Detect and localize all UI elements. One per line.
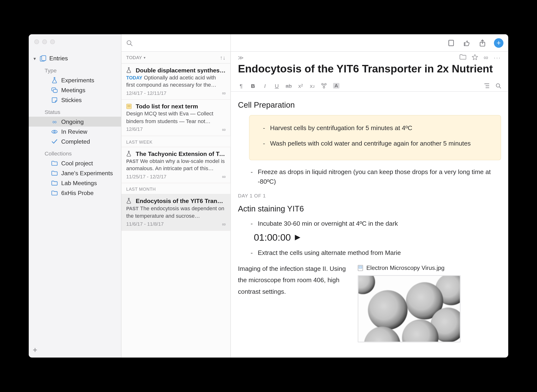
new-entry-button[interactable]: + (494, 38, 503, 48)
share-icon[interactable] (478, 39, 487, 47)
infinity-icon[interactable]: ∞ (484, 54, 488, 61)
infinity-icon: ∞ (222, 221, 226, 227)
entry-date: 11/6/17 - 11/8/17 (126, 221, 164, 227)
sidebar-item-label: In Review (61, 128, 87, 135)
entry-item[interactable]: Endocytosis of the YIT6 Trans…PASTThe en… (121, 195, 230, 231)
attachment[interactable]: Electron Microscopy Virus.jpg (358, 264, 461, 343)
entry-item[interactable]: Todo list for next termDesign MCQ test w… (121, 100, 230, 136)
entry-item[interactable]: Double displacement synthesi…TODAYOption… (121, 64, 230, 100)
sidebar-item-cool-project[interactable]: Cool project (29, 158, 121, 168)
list-item: Freeze as drops in liquid nitrogen (you … (249, 167, 501, 187)
callout-item: Wash pellets with cold water and centrif… (261, 139, 492, 149)
outline-icon[interactable] (484, 83, 490, 88)
list-section-header: LAST MONTH (121, 183, 230, 195)
superscript-button[interactable]: x² (297, 83, 304, 89)
sidebar-item-completed[interactable]: Completed (29, 137, 121, 147)
paragraph-style-button[interactable]: ¶ (238, 83, 244, 89)
sidebar-item-ongoing[interactable]: ∞Ongoing (29, 117, 121, 127)
sidebar-item-stickies[interactable]: Stickies (29, 95, 121, 105)
disclosure-triangle-icon: ▼ (33, 57, 37, 61)
sidebar-item-label: 6xHis Probe (61, 190, 94, 196)
sidebar-header-entries[interactable]: ▼ Entries (29, 53, 121, 63)
editor-toolbar: + (231, 34, 508, 52)
check-icon (51, 139, 58, 144)
svg-rect-10 (449, 40, 454, 46)
section-heading: Cell Preparation (238, 99, 501, 111)
sidebar-item-label: Jane's Experiments (61, 170, 113, 177)
note-editor: + ≫ ∞ (231, 34, 508, 357)
list-sort-button[interactable]: ↑↓ (220, 54, 226, 61)
thumbs-up-icon[interactable] (462, 39, 471, 47)
infinity-icon: ∞ (222, 127, 226, 133)
minimize-window-button[interactable] (42, 40, 47, 44)
entry-preview: PASTThe endocytosis was dependent on the… (126, 205, 226, 220)
underline-button[interactable]: U (274, 83, 280, 89)
sidebar-item-label: Stickies (61, 97, 82, 103)
breadcrumb-collapse-icon[interactable]: ≫ (238, 55, 244, 61)
list-item: Incubate 30-60 min or overnight at 4ºC i… (249, 219, 501, 229)
sidebar-item-6xhis-probe[interactable]: 6xHis Probe (29, 188, 121, 198)
list-filter-label: TODAY (126, 55, 142, 60)
sidebar-item-experiments[interactable]: Experiments (29, 75, 121, 85)
sidebar: ▼ Entries TypeExperimentsMeetingsStickie… (29, 34, 121, 357)
entry-item[interactable]: The Tachyonic Extension of To…PASTWe obt… (121, 147, 230, 183)
attachment-filename: Electron Microscopy Virus.jpg (366, 264, 445, 273)
entries-icon (40, 55, 47, 62)
sidebar-item-in-review[interactable]: In Review (29, 127, 121, 137)
find-icon[interactable] (495, 83, 501, 88)
list-filter-dropdown[interactable]: TODAY ▾ (126, 55, 146, 60)
folder-icon (51, 190, 58, 196)
app-window: ▼ Entries TypeExperimentsMeetingsStickie… (29, 34, 508, 357)
list-section-header: LAST WEEK (121, 136, 230, 147)
callout-block: Harvest cells by centrifugation for 5 mi… (249, 115, 501, 160)
sidebar-header-label: Entries (49, 55, 68, 62)
svg-rect-7 (127, 104, 131, 109)
bubble-icon (51, 87, 58, 93)
italic-button[interactable]: I (262, 83, 268, 89)
infinity-icon: ∞ (51, 119, 58, 125)
image-file-icon (358, 265, 363, 271)
entry-preview: PASTWe obtain why a low-scale model is a… (126, 158, 226, 172)
folder-icon (51, 161, 58, 166)
subscript-button[interactable]: x₂ (309, 83, 316, 89)
sidebar-item-jane-s-experiments[interactable]: Jane's Experiments (29, 168, 121, 178)
entry-date: 12/6/17 (126, 127, 143, 132)
callout-item: Harvest cells by centrifugation for 5 mi… (261, 124, 492, 133)
sidebar-group-label: Collections (29, 147, 121, 158)
timer[interactable]: 01:00:00 ▶ (254, 230, 501, 245)
folder-icon[interactable] (459, 54, 466, 61)
note-content[interactable]: Cell Preparation Harvest cells by centri… (231, 92, 508, 357)
play-icon[interactable]: ▶ (295, 232, 300, 243)
close-window-button[interactable] (34, 40, 39, 44)
folder-icon (51, 181, 58, 186)
sidebar-item-label: Cool project (61, 160, 93, 167)
entry-tag: PAST (126, 159, 139, 164)
flask-icon (126, 151, 133, 157)
list-item: Extract the cells using alternate method… (249, 248, 501, 258)
sidebar-item-lab-meetings[interactable]: Lab Meetings (29, 178, 121, 188)
more-icon[interactable]: ··· (494, 54, 501, 61)
sidebar-item-label: Ongoing (61, 118, 84, 125)
library-icon[interactable] (446, 39, 455, 47)
note-title[interactable]: Endocytosis of the YIT6 Transporter in 2… (238, 61, 501, 77)
sidebar-item-label: Experiments (61, 77, 94, 84)
eye-icon (51, 129, 58, 134)
entry-preview: Design MCQ test with Eva — Collect binde… (126, 111, 226, 125)
highlight-button[interactable]: A (333, 83, 339, 88)
link-button[interactable] (321, 83, 327, 88)
bold-button[interactable]: B (250, 83, 256, 89)
search-icon[interactable] (126, 40, 133, 46)
folder-icon (51, 171, 58, 176)
add-sidebar-item-button[interactable]: + (33, 347, 40, 354)
list-filter-bar: TODAY ▾ ↑↓ (121, 52, 230, 64)
strikethrough-button[interactable]: ab (286, 83, 292, 89)
format-bar: ¶ B I U ab x² x₂ A (231, 80, 508, 92)
sidebar-item-label: Completed (61, 138, 90, 145)
svg-rect-24 (359, 266, 362, 268)
search-bar (121, 34, 230, 52)
window-controls (29, 34, 121, 50)
zoom-window-button[interactable] (50, 40, 55, 44)
flask-icon (126, 67, 133, 73)
star-icon[interactable] (472, 54, 478, 61)
sidebar-item-meetings[interactable]: Meetings (29, 85, 121, 95)
